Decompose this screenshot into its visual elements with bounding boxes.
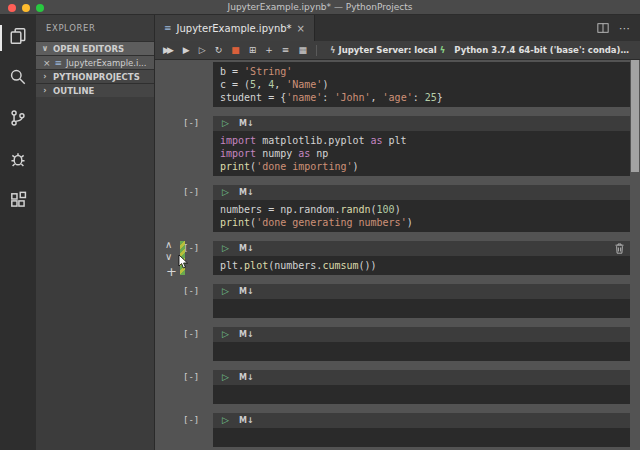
add-cell-icon[interactable]: + [265,46,273,55]
code-line: import matplotlib.pyplot as plt [220,134,630,147]
restart-kernel-icon[interactable]: ↻ [215,46,223,55]
open-editor-filename: JupyterExample.i... [66,58,146,68]
notebook-editor: b = 'String'c = (5, 4, 'Name')student = … [155,60,640,450]
code-line: plt.plot(numbers.cumsum()) [220,259,630,272]
notebook-toolbar: ▶▶ ▶ ▷ ↻ ■ ⊞ + ≡ ▦ ϟ Jupyter Server: loc… [155,41,640,60]
cell-code[interactable] [213,299,630,318]
bug-icon [9,150,27,172]
outline-section-label: OUTLINE [53,86,94,96]
editor-scrollbar[interactable] [631,60,639,172]
cell-code[interactable] [213,342,630,361]
chevron-right-icon: › [41,72,49,81]
convert-to-markdown-button[interactable]: M↓ [239,245,254,253]
collapse-cell-button[interactable]: [-] [183,118,199,128]
cell-toolbar: ▷M↓ [213,413,630,428]
delete-cell-button[interactable] [615,243,624,254]
notebook-cell: [-]▷M↓ [213,413,630,447]
cell-code[interactable]: b = 'String'c = (5, 4, 'Name')student = … [213,62,630,107]
activity-debug[interactable] [0,148,36,174]
close-tab-icon[interactable]: × [297,23,305,34]
cell-list: b = 'String'c = (5, 4, 'Name')student = … [213,62,630,447]
activity-search[interactable] [0,66,36,92]
move-cell-down-button[interactable]: ∨ [165,252,172,262]
run-cell-icon[interactable]: ▶ [183,46,190,55]
export-icon[interactable]: ⊞ [249,46,257,55]
cell-toolbar: ▷M↓ [213,241,630,256]
tab-label: JupyterExample.ipynb* [177,23,292,34]
zoom-window-button[interactable] [36,4,44,12]
close-window-button[interactable] [8,4,16,12]
code-line: import numpy as np [220,147,630,160]
collapse-cell-button[interactable]: [-] [183,243,199,253]
cell-code[interactable]: import matplotlib.pyplot as pltimport nu… [213,131,630,176]
notebook-cell: b = 'String'c = (5, 4, 'Name')student = … [213,62,630,107]
cell-toolbar: ▷M↓ [213,370,630,385]
run-cell-button[interactable]: ▷ [222,416,229,425]
sidebar-title: EXPLORER [36,15,154,41]
close-editor-icon[interactable]: × [43,58,51,68]
run-cell-button[interactable]: ▷ [222,287,229,296]
variable-explorer-icon[interactable]: ▦ [298,46,307,55]
tab-jupyterexample[interactable]: ≡ JupyterExample.ipynb* × [155,15,315,41]
more-actions-icon[interactable]: ⋯ [619,22,630,35]
collapse-cell-button[interactable]: [-] [183,329,199,339]
toolbar-divider [316,45,317,56]
open-editors-label: OPEN EDITORS [53,44,124,54]
minimize-window-button[interactable] [22,4,30,12]
titlebar: JupyterExample.ipynb* — PythonProjects [0,0,640,15]
split-editor-icon[interactable] [597,19,609,38]
notebook-cell: [-]▷M↓import matplotlib.pyplot as pltimp… [213,116,630,176]
cell-code[interactable]: plt.plot(numbers.cumsum()) [213,256,630,275]
convert-to-markdown-button[interactable]: M↓ [239,189,254,197]
code-line: student = {'name': 'John', 'age': 25} [220,91,630,104]
run-below-icon[interactable]: ▷ [199,46,206,55]
activity-extensions[interactable] [0,189,36,215]
collapse-cell-button[interactable]: [-] [183,286,199,296]
run-all-cells-icon[interactable]: ▶▶ [163,46,174,55]
run-cell-button[interactable]: ▷ [222,373,229,382]
activity-explorer[interactable] [0,25,36,51]
cell-toolbar: ▷M↓ [213,185,630,200]
interrupt-kernel-icon[interactable]: ■ [231,46,240,55]
cell-code[interactable] [213,428,630,447]
notebook-cell: [-]▷M↓plt.plot(numbers.cumsum())∧∨+ [213,241,630,275]
outline-section-header[interactable]: › OUTLINE [36,83,154,97]
collapse-cell-button[interactable]: [-] [183,415,199,425]
vscode-window: JupyterExample.ipynb* — PythonProjects [0,0,640,450]
move-cell-up-button[interactable]: ∧ [165,240,172,250]
open-editor-item[interactable]: × ≡ JupyterExample.i... [36,55,154,69]
notebook-cell: [-]▷M↓ [213,327,630,361]
collapse-cell-button[interactable]: [-] [183,372,199,382]
chevron-down-icon: ∨ [41,44,49,53]
activity-source-control[interactable] [0,107,36,133]
notebook-file-icon: ≡ [164,23,172,33]
chevron-right-icon: › [41,86,49,95]
tab-bar: ≡ JupyterExample.ipynb* × ⋯ [155,15,640,41]
code-line: b = 'String' [220,65,630,78]
notebook-cell: [-]▷M↓numbers = np.random.randn(100)prin… [213,185,630,232]
run-cell-button[interactable]: ▷ [222,330,229,339]
cell-code[interactable] [213,385,630,404]
jupyter-server-status[interactable]: ϟ Jupyter Server: local ϟ [330,45,445,55]
cell-toolbar: ▷M↓ [213,327,630,342]
convert-to-markdown-button[interactable]: M↓ [239,288,254,296]
open-editors-header[interactable]: ∨ OPEN EDITORS [36,41,154,55]
add-cell-below-button[interactable]: + [166,265,177,278]
explorer-sidebar: EXPLORER ∨ OPEN EDITORS × ≡ JupyterExamp… [36,15,155,450]
collapse-all-icon[interactable]: ≡ [282,46,290,55]
run-cell-button[interactable]: ▷ [222,188,229,197]
run-cell-button[interactable]: ▷ [222,119,229,128]
cell-code[interactable]: numbers = np.random.randn(100)print('don… [213,200,630,232]
convert-to-markdown-button[interactable]: M↓ [239,374,254,382]
cell-toolbar: ▷M↓ [213,284,630,299]
python-interpreter-label[interactable]: Python 3.7.4 64-bit ('base': conda)… [454,45,629,55]
collapse-cell-button[interactable]: [-] [183,187,199,197]
run-cell-button[interactable]: ▷ [222,244,229,253]
notebook-file-icon: ≡ [55,58,63,68]
folder-section-header[interactable]: › PYTHONPROJECTS [36,69,154,83]
convert-to-markdown-button[interactable]: M↓ [239,417,254,425]
convert-to-markdown-button[interactable]: M↓ [239,120,254,128]
convert-to-markdown-button[interactable]: M↓ [239,331,254,339]
window-title: JupyterExample.ipynb* — PythonProjects [0,2,640,12]
folder-section-label: PYTHONPROJECTS [53,72,140,82]
